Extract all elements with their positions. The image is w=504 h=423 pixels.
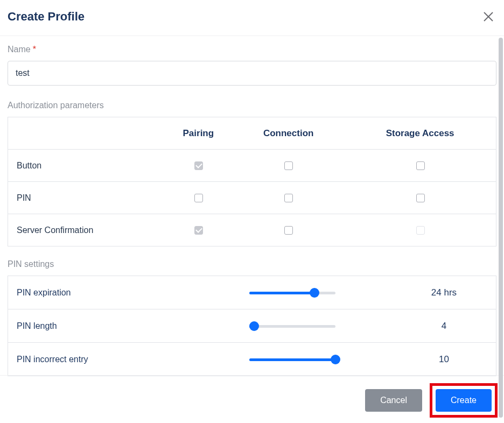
pin-row-label: PIN expiration xyxy=(8,276,249,309)
auth-checkbox-storage xyxy=(416,226,425,235)
pin-slider-cell xyxy=(249,309,392,343)
auth-cell xyxy=(344,214,496,246)
auth-checkbox-connection[interactable] xyxy=(284,161,293,170)
auth-row-label: PIN xyxy=(8,182,164,214)
slider-thumb[interactable] xyxy=(249,321,259,331)
auth-cell xyxy=(164,182,233,214)
pin-value: 4 xyxy=(392,309,496,343)
auth-cell xyxy=(344,182,496,214)
slider-thumb[interactable] xyxy=(310,288,319,298)
auth-cell xyxy=(164,150,233,182)
auth-col-blank xyxy=(8,117,164,150)
create-profile-dialog: Create Profile Name* Authorization param… xyxy=(0,0,504,423)
pin-settings-section: PIN settings PIN expiration24 hrsPIN len… xyxy=(8,259,496,376)
name-input[interactable] xyxy=(8,61,496,86)
pin-slider-cell xyxy=(249,276,392,309)
close-icon xyxy=(482,11,494,23)
pin-value: 10 xyxy=(392,343,496,376)
auth-cell xyxy=(344,150,496,182)
dialog-footer: Cancel Create xyxy=(0,375,504,423)
cancel-button[interactable]: Cancel xyxy=(365,389,422,412)
auth-checkbox-storage[interactable] xyxy=(416,194,425,202)
pin-slider[interactable] xyxy=(249,321,335,331)
auth-checkbox-storage[interactable] xyxy=(416,161,425,170)
pin-settings-label: PIN settings xyxy=(8,259,496,269)
name-label: Name* xyxy=(8,45,496,54)
auth-row-label: Server Confirmation xyxy=(8,214,164,246)
pin-slider[interactable] xyxy=(249,355,335,364)
required-asterisk: * xyxy=(33,45,36,54)
auth-cell xyxy=(233,150,344,182)
auth-col-pairing: Pairing xyxy=(164,117,233,150)
scrollbar[interactable] xyxy=(499,38,503,418)
auth-row-label: Button xyxy=(8,150,164,182)
pin-value: 24 hrs xyxy=(392,276,496,309)
create-button-highlight: Create xyxy=(430,383,498,418)
slider-thumb[interactable] xyxy=(331,355,340,364)
pin-settings-table: PIN expiration24 hrsPIN length4PIN incor… xyxy=(8,276,496,376)
auth-checkbox-pairing xyxy=(194,161,203,170)
auth-checkbox-pairing[interactable] xyxy=(194,194,203,202)
dialog-body: Name* Authorization parameters Pairing C… xyxy=(0,36,504,380)
pin-slider-cell xyxy=(249,343,392,376)
auth-cell xyxy=(164,214,233,246)
close-button[interactable] xyxy=(480,9,496,25)
pin-row-label: PIN length xyxy=(8,309,249,343)
pin-slider[interactable] xyxy=(249,288,335,298)
auth-checkbox-connection[interactable] xyxy=(284,226,293,235)
create-button[interactable]: Create xyxy=(436,389,492,412)
auth-parameters-section: Authorization parameters Pairing Connect… xyxy=(8,101,496,246)
auth-parameters-label: Authorization parameters xyxy=(8,101,496,110)
auth-col-connection: Connection xyxy=(233,117,344,150)
pin-row-label: PIN incorrect entry xyxy=(8,343,249,376)
auth-checkbox-pairing xyxy=(194,226,203,235)
dialog-title: Create Profile xyxy=(8,10,85,24)
auth-col-storage: Storage Access xyxy=(344,117,496,150)
auth-checkbox-connection[interactable] xyxy=(284,194,293,202)
dialog-header: Create Profile xyxy=(0,0,504,36)
auth-parameters-table: Pairing Connection Storage Access Button… xyxy=(8,117,496,246)
auth-cell xyxy=(233,214,344,246)
auth-cell xyxy=(233,182,344,214)
